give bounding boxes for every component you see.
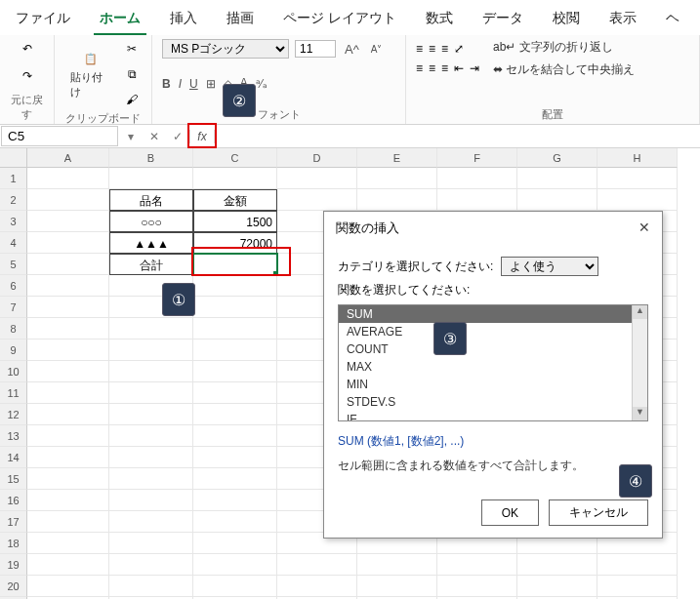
- cell[interactable]: [193, 425, 277, 447]
- cell[interactable]: [109, 361, 193, 382]
- cell[interactable]: [193, 382, 277, 404]
- cell[interactable]: [193, 576, 277, 597]
- row-header[interactable]: 7: [0, 297, 27, 318]
- cell[interactable]: [109, 404, 193, 425]
- insert-function-button[interactable]: fx: [189, 130, 215, 143]
- indent-dec-icon[interactable]: ⇤: [454, 61, 464, 75]
- tab-insert[interactable]: 挿入: [164, 6, 203, 35]
- function-item[interactable]: STDEV.S: [339, 393, 632, 411]
- cell[interactable]: [193, 168, 277, 189]
- cell[interactable]: [193, 339, 277, 361]
- cell[interactable]: [109, 468, 193, 490]
- row-header[interactable]: 4: [0, 232, 27, 254]
- cell[interactable]: [109, 490, 193, 511]
- scroll-up-icon[interactable]: ▲: [633, 305, 647, 319]
- select-all-corner[interactable]: [0, 148, 27, 168]
- tab-view[interactable]: 表示: [603, 6, 642, 35]
- cell[interactable]: [193, 490, 277, 511]
- cell[interactable]: [597, 168, 678, 189]
- row-header[interactable]: 19: [0, 554, 27, 576]
- col-header[interactable]: E: [357, 148, 437, 168]
- cell[interactable]: ○○○: [109, 211, 193, 232]
- row-header[interactable]: 20: [0, 576, 27, 597]
- cell[interactable]: [437, 576, 517, 597]
- row-header[interactable]: 15: [0, 468, 27, 490]
- function-item[interactable]: AVERAGE: [339, 323, 632, 340]
- cell[interactable]: [27, 404, 109, 425]
- cell[interactable]: [109, 382, 193, 404]
- tab-file[interactable]: ファイル: [10, 6, 76, 35]
- cell[interactable]: [277, 554, 357, 576]
- row-header[interactable]: 6: [0, 275, 27, 297]
- category-select[interactable]: よく使う: [501, 257, 598, 276]
- cell[interactable]: [109, 576, 193, 597]
- cut-icon[interactable]: ✂: [122, 39, 142, 59]
- font-size-input[interactable]: [295, 40, 336, 58]
- col-header[interactable]: B: [109, 148, 193, 168]
- copy-icon[interactable]: ⧉: [122, 64, 142, 84]
- cell[interactable]: [27, 339, 109, 361]
- underline-button[interactable]: U: [189, 77, 198, 91]
- cell[interactable]: 合計: [109, 254, 193, 275]
- cell[interactable]: [109, 168, 193, 189]
- row-header[interactable]: 8: [0, 318, 27, 339]
- phonetic-button[interactable]: ᵃ⁄ₐ: [256, 77, 268, 91]
- function-item[interactable]: SUM: [339, 305, 632, 323]
- scrollbar[interactable]: ▲ ▼: [632, 305, 647, 420]
- cell[interactable]: [193, 318, 277, 339]
- cell[interactable]: [27, 297, 109, 318]
- cell[interactable]: [109, 554, 193, 576]
- cell[interactable]: [109, 447, 193, 468]
- row-header[interactable]: 12: [0, 404, 27, 425]
- cell[interactable]: [27, 254, 109, 275]
- orientation-icon[interactable]: ⤢: [454, 42, 464, 56]
- row-header[interactable]: 18: [0, 533, 27, 554]
- redo-icon[interactable]: ↷: [18, 66, 37, 86]
- cell[interactable]: [109, 425, 193, 447]
- row-header[interactable]: 10: [0, 361, 27, 382]
- wrap-text-button[interactable]: ab↵ 文字列の折り返し: [493, 39, 635, 56]
- format-painter-icon[interactable]: 🖌: [122, 90, 142, 109]
- border-button[interactable]: ⊞: [206, 77, 216, 91]
- cell[interactable]: [27, 533, 109, 554]
- cell[interactable]: [357, 168, 437, 189]
- active-cell[interactable]: [193, 254, 277, 275]
- align-left-icon[interactable]: ≡: [416, 61, 423, 75]
- close-icon[interactable]: ✕: [638, 220, 650, 237]
- ok-button[interactable]: OK: [481, 499, 539, 526]
- cell[interactable]: [437, 554, 517, 576]
- increase-font-icon[interactable]: A^: [342, 41, 362, 58]
- cell[interactable]: [109, 318, 193, 339]
- cell[interactable]: [27, 447, 109, 468]
- italic-button[interactable]: I: [179, 77, 182, 91]
- col-header[interactable]: G: [517, 148, 597, 168]
- col-header[interactable]: H: [597, 148, 678, 168]
- cell[interactable]: [27, 275, 109, 297]
- cell[interactable]: [193, 275, 277, 297]
- row-header[interactable]: 11: [0, 382, 27, 404]
- cell[interactable]: [27, 361, 109, 382]
- function-item[interactable]: COUNT: [339, 340, 632, 358]
- align-bottom-icon[interactable]: ≡: [441, 42, 448, 56]
- cell[interactable]: [27, 211, 109, 232]
- align-right-icon[interactable]: ≡: [441, 61, 448, 75]
- cell[interactable]: [27, 425, 109, 447]
- undo-icon[interactable]: ↶: [18, 39, 37, 59]
- cell[interactable]: [27, 554, 109, 576]
- formula-input[interactable]: [215, 127, 700, 145]
- function-listbox[interactable]: SUM AVERAGE COUNT MAX MIN STDEV.S IF ▲ ▼: [338, 304, 648, 421]
- cell[interactable]: [27, 168, 109, 189]
- tab-draw[interactable]: 描画: [221, 6, 260, 35]
- cell[interactable]: [109, 511, 193, 533]
- tab-home[interactable]: ホーム: [94, 6, 146, 35]
- cell[interactable]: [193, 468, 277, 490]
- cell[interactable]: [193, 511, 277, 533]
- name-box-dropdown-icon[interactable]: ▾: [119, 130, 143, 143]
- cell[interactable]: [517, 554, 597, 576]
- tab-review[interactable]: 校閲: [547, 6, 586, 35]
- row-header[interactable]: 9: [0, 339, 27, 361]
- cell[interactable]: [193, 361, 277, 382]
- row-header[interactable]: 16: [0, 490, 27, 511]
- cell[interactable]: [27, 576, 109, 597]
- cell[interactable]: [597, 576, 678, 597]
